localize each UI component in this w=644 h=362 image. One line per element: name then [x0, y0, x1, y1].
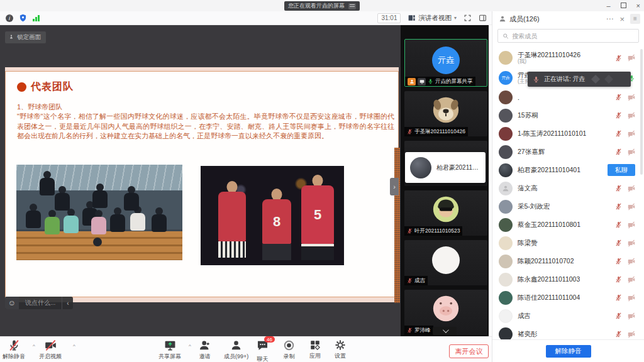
private-chat-button[interactable]: 私聊	[608, 164, 635, 176]
close-panel-icon[interactable]: ×	[619, 14, 625, 24]
camera-off-icon[interactable]	[628, 203, 635, 211]
camera-off-icon[interactable]	[628, 276, 635, 283]
camera-off-icon[interactable]	[628, 221, 635, 229]
video-tile[interactable]: 于圣琳202111010426	[404, 91, 487, 136]
leave-meeting-button[interactable]: 离开会议	[449, 344, 489, 358]
member-row[interactable]: 陈语佳202111011004	[492, 288, 644, 307]
share-options-caret[interactable]: ^	[189, 343, 191, 349]
search-input[interactable]	[512, 33, 634, 40]
mic-off-icon[interactable]	[615, 112, 622, 119]
view-mode-selector[interactable]: 演讲者视图 ▾	[408, 14, 457, 23]
member-row[interactable]: 成吉	[492, 307, 644, 325]
invite-button[interactable]: 邀请	[199, 339, 211, 361]
member-name: 15苏桐	[518, 111, 538, 120]
chat-button[interactable]: 46 聊天	[257, 339, 269, 362]
avatar	[499, 200, 513, 214]
mic-off-icon[interactable]	[615, 94, 622, 101]
expand-panel-handle[interactable]: ›	[390, 178, 399, 195]
photo-player	[218, 181, 246, 241]
unmute-mic-button[interactable]: 解除静音	[3, 339, 25, 361]
mic-off-icon[interactable]	[615, 185, 622, 192]
pin-icon	[8, 35, 14, 41]
member-row[interactable]: 蒲文高	[492, 179, 644, 197]
record-button[interactable]: 录制	[283, 339, 295, 361]
apps-button[interactable]: 应用	[309, 339, 321, 360]
member-row[interactable]: 陈永鑫202111011003	[492, 270, 644, 288]
close-button[interactable]: ×	[636, 2, 640, 9]
maximize-button[interactable]	[621, 3, 626, 8]
member-row[interactable]: 褚奕彤	[492, 325, 644, 339]
camera-off-icon[interactable]	[628, 130, 635, 138]
more-options-icon[interactable]: ⋯	[606, 14, 614, 23]
emoji-icon[interactable]: ☺	[5, 297, 19, 309]
member-row[interactable]: 于圣琳202111010426 (我)	[492, 48, 644, 68]
mic-off-icon[interactable]	[615, 130, 622, 137]
avatar	[499, 90, 513, 104]
dog-avatar	[432, 96, 460, 124]
share-screen-button[interactable]: 共享屏幕	[158, 339, 181, 361]
member-row[interactable]: 15苏桐	[492, 106, 644, 124]
video-tile[interactable]: 成吉	[404, 240, 487, 285]
fullscreen-icon[interactable]	[464, 14, 472, 22]
camera-off-icon[interactable]	[628, 331, 635, 338]
chevron-down-icon: ▾	[454, 15, 457, 21]
network-signal-icon[interactable]	[33, 14, 40, 21]
camera-off-icon[interactable]	[628, 94, 635, 101]
camera-off-icon[interactable]	[628, 239, 635, 247]
mic-off-icon[interactable]	[615, 331, 622, 337]
unmute-button[interactable]: 解除静音	[546, 345, 591, 358]
mic-off-icon[interactable]	[615, 276, 622, 283]
mic-off-icon[interactable]	[615, 294, 622, 301]
members-scrollbar[interactable]	[640, 49, 643, 175]
member-row[interactable]: .	[492, 88, 644, 106]
chat-input-placeholder[interactable]: 说点什么...	[19, 299, 62, 307]
mic-off-icon[interactable]	[615, 203, 622, 210]
member-row[interactable]: 采5-刘政宏	[492, 197, 644, 216]
member-row[interactable]: 陈梁赞	[492, 234, 644, 252]
video-tile-screen-share[interactable]: 亓垚 亓垚的屏幕共享	[404, 39, 487, 87]
settings-button[interactable]: 设置	[335, 339, 346, 360]
security-shield-icon[interactable]	[19, 14, 27, 22]
mic-off-icon[interactable]	[615, 221, 622, 228]
avatar	[499, 236, 513, 250]
members-list[interactable]: 于圣琳202111010426 (我) 亓垚 亓垚 (主持人	[492, 44, 644, 339]
toast-list-icon[interactable]	[348, 3, 356, 9]
tile-label: 成吉	[414, 277, 425, 285]
camera-off-icon[interactable]	[628, 258, 635, 265]
mic-off-icon[interactable]	[615, 148, 622, 155]
camera-off-icon[interactable]	[628, 112, 635, 119]
mic-off-icon[interactable]	[615, 258, 622, 265]
video-options-caret[interactable]: ^	[73, 343, 75, 349]
meeting-info-icon[interactable]: i	[6, 14, 13, 22]
quick-chat-bar[interactable]: ☺ 说点什么... ‹	[5, 297, 73, 309]
more-videos-button[interactable]	[433, 327, 457, 335]
camera-off-icon	[44, 339, 57, 351]
minimize-button[interactable]: –	[606, 2, 610, 9]
members-button[interactable]: 成员(99+)	[224, 339, 248, 361]
mic-options-caret[interactable]: ^	[33, 343, 35, 349]
video-tile[interactable]: 叶开202111010523	[404, 190, 487, 236]
avatar	[499, 163, 513, 177]
camera-off-icon[interactable]	[628, 185, 635, 192]
member-row[interactable]: 1-陈玉涛202111010101	[492, 124, 644, 143]
member-hover-card[interactable]: 柏君豪2021110104...	[405, 152, 486, 183]
mic-off-icon[interactable]	[615, 55, 622, 62]
camera-off-icon[interactable]	[628, 294, 635, 302]
jersey-number: 5	[314, 207, 321, 223]
camera-off-icon[interactable]	[628, 54, 635, 62]
mic-off-icon	[8, 339, 20, 351]
panel-grip-icon[interactable]: ≡	[630, 14, 640, 24]
camera-off-icon[interactable]	[628, 148, 635, 156]
pin-view-button[interactable]: 锁定画面	[5, 31, 46, 43]
member-row[interactable]: 陈颖202111010702	[492, 252, 644, 270]
collapse-chat-icon[interactable]: ‹	[62, 297, 73, 309]
sidebar-toggle-icon[interactable]	[479, 14, 487, 22]
camera-off-icon[interactable]	[628, 312, 635, 320]
member-row[interactable]: 27张嘉辉	[492, 143, 644, 161]
start-video-button[interactable]: 开启视频	[39, 339, 62, 361]
mic-off-icon[interactable]	[615, 312, 622, 319]
member-row[interactable]: 蔡金玉202111010801	[492, 216, 644, 234]
mic-off-icon[interactable]	[615, 239, 622, 246]
member-row[interactable]: 柏君豪202111010401 私聊	[492, 161, 644, 179]
member-search-box[interactable]	[497, 29, 639, 43]
